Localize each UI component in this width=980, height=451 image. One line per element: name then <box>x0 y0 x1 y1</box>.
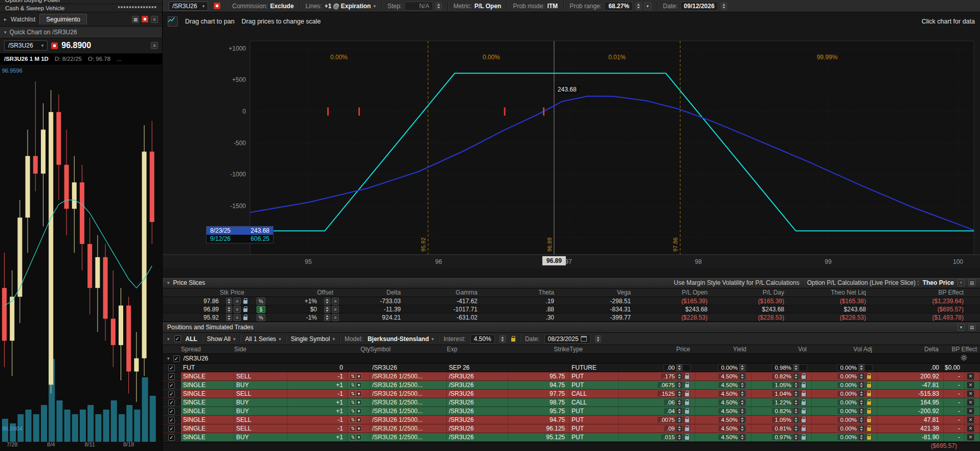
list-icon[interactable]: ▤ <box>968 279 975 286</box>
lock-icon[interactable] <box>685 393 689 396</box>
qty-stepper-icon[interactable]: ⇅ <box>350 425 356 432</box>
price-stepper[interactable] <box>676 434 682 441</box>
symbol-mode-dropdown[interactable]: Single Symbol ▾ <box>291 335 335 343</box>
lock-icon[interactable] <box>802 410 806 414</box>
step-stepper[interactable] <box>436 3 442 10</box>
lock-icon[interactable] <box>243 300 247 304</box>
chevron-down-icon[interactable]: ▾ <box>356 417 362 423</box>
position-symbol[interactable]: /SR3U26 1/2500... <box>370 372 447 380</box>
date-stepper[interactable] <box>721 3 727 10</box>
vol-input[interactable]: 0.81% <box>771 425 807 432</box>
slice-stepper[interactable] <box>226 306 232 313</box>
price-input[interactable]: .09 <box>664 425 691 432</box>
position-qty[interactable]: -1 <box>287 390 348 398</box>
chevron-right-icon[interactable]: ▸ <box>4 16 7 22</box>
menu-icon[interactable]: ≡ <box>234 306 241 313</box>
row-checkbox[interactable]: ✓ <box>168 417 175 423</box>
ellipsis-icon[interactable]: ... <box>117 56 122 62</box>
filter-all[interactable]: ALL <box>186 335 197 343</box>
vol-adj-input[interactable]: 0.00% <box>837 381 873 389</box>
slice-unit-badge[interactable]: % <box>257 298 265 305</box>
chevron-down-icon[interactable]: ▾ <box>356 373 362 379</box>
lock-icon[interactable] <box>802 393 806 396</box>
vol-input[interactable]: 0.98% <box>771 364 807 371</box>
pl-calc-value[interactable]: Theo Price <box>923 279 954 286</box>
qty-stepper-icon[interactable]: ⇅ <box>350 373 356 379</box>
symbol-group-row[interactable]: ▾ ✓ /SR3U26 <box>163 354 980 364</box>
positions-date-stepper[interactable] <box>595 335 601 343</box>
yield-stepper[interactable] <box>739 416 745 423</box>
vol-stepper[interactable] <box>793 390 799 397</box>
yield-stepper[interactable] <box>739 434 745 441</box>
vol-stepper[interactable] <box>793 434 799 441</box>
row-checkbox[interactable]: ✓ <box>168 391 175 397</box>
vol-stepper[interactable] <box>793 364 799 371</box>
price-input[interactable]: .1525 <box>657 390 691 397</box>
quick-chart-header[interactable]: ▾ Quick Chart on /SR3U26 <box>0 27 162 38</box>
lock-icon[interactable] <box>867 384 871 388</box>
yield-input[interactable]: 0.00% <box>718 364 747 371</box>
menu-icon[interactable]: ≡ <box>332 306 339 313</box>
vol-input[interactable]: 1.05% <box>771 381 807 389</box>
chevron-down-icon[interactable]: ▾ <box>356 408 362 414</box>
yield-input[interactable]: 4.50% <box>718 399 747 406</box>
slice-offset[interactable]: $0 <box>273 306 322 313</box>
yield-stepper[interactable] <box>739 364 745 371</box>
alert-icon[interactable] <box>214 3 220 9</box>
lock-icon[interactable] <box>867 393 871 396</box>
price-input[interactable]: .04 <box>664 408 691 415</box>
interest-stepper[interactable] <box>499 335 506 343</box>
slice-offset[interactable]: +1% <box>273 298 322 305</box>
vol-stepper[interactable] <box>793 416 799 423</box>
vol-adj-input[interactable]: 0.00% <box>837 425 873 432</box>
position-qty[interactable]: -1 <box>287 372 348 380</box>
price-stepper[interactable] <box>676 425 682 432</box>
yield-input[interactable]: 4.50% <box>718 373 747 380</box>
lock-icon[interactable] <box>867 410 871 414</box>
position-qty[interactable]: -1 <box>287 416 348 424</box>
vol-adj-stepper[interactable] <box>858 373 864 380</box>
vol-adj-input[interactable]: 0.00% <box>837 408 873 415</box>
lock-icon[interactable] <box>867 419 871 422</box>
position-symbol[interactable]: /SR3U26 1/2500... <box>370 398 447 407</box>
vol-adj-stepper[interactable] <box>858 434 864 441</box>
step-input[interactable]: N/A <box>404 2 433 11</box>
lock-icon[interactable] <box>685 384 689 388</box>
lock-icon[interactable] <box>685 375 689 379</box>
remove-row-button[interactable]: × <box>967 399 974 406</box>
yield-stepper[interactable] <box>739 390 745 397</box>
row-checkbox[interactable]: ✓ <box>168 434 175 441</box>
row-checkbox[interactable]: ✓ <box>168 408 175 415</box>
lock-icon[interactable] <box>243 308 247 312</box>
position-symbol[interactable]: /SR3U26 1/2500... <box>370 416 447 424</box>
lock-icon[interactable] <box>243 317 247 320</box>
position-qty[interactable]: +1 <box>287 381 348 389</box>
yield-input[interactable]: 4.50% <box>718 408 747 415</box>
symbol-selector[interactable]: /SR3U26 ▾ <box>169 2 208 11</box>
position-symbol[interactable]: /SR3U26 1/2500... <box>370 407 447 415</box>
lock-icon[interactable] <box>802 436 806 440</box>
tab-seguimiento[interactable]: Seguimiento <box>39 14 87 25</box>
qty-stepper-icon[interactable]: ⇅ <box>350 434 356 440</box>
date-input[interactable]: 09/12/2026 <box>680 2 718 11</box>
vol-stepper[interactable] <box>793 373 799 380</box>
chevron-down-icon[interactable]: ▾ <box>356 382 362 388</box>
lock-icon[interactable] <box>802 384 806 388</box>
row-checkbox[interactable]: ✓ <box>168 365 175 371</box>
chevron-down-icon[interactable]: ▾ <box>356 425 362 432</box>
price-input[interactable]: .06 <box>664 399 691 406</box>
alert-icon[interactable] <box>142 16 148 22</box>
slice-stk-price[interactable]: 96.89 <box>163 306 224 313</box>
remove-row-button[interactable]: × <box>967 381 974 389</box>
quick-chart-canvas[interactable]: 96.959696.59047/288/48/118/18 <box>0 64 162 449</box>
qty-stepper-icon[interactable]: ⇅ <box>350 408 356 414</box>
chevron-down-icon[interactable]: ▾ <box>356 391 362 397</box>
symbol-input[interactable]: /SR3U26 ▾ <box>4 40 48 51</box>
yield-input[interactable]: 4.50% <box>718 425 747 432</box>
position-symbol[interactable]: /SR3U26 1/2500... <box>370 424 447 433</box>
interest-input[interactable]: 4.50% <box>470 334 495 344</box>
chart-settings-icon[interactable] <box>168 16 178 27</box>
slice-unit-badge[interactable]: % <box>257 314 265 321</box>
qty-stepper-icon[interactable]: ⇅ <box>350 417 356 423</box>
offset-stepper[interactable] <box>324 306 330 313</box>
